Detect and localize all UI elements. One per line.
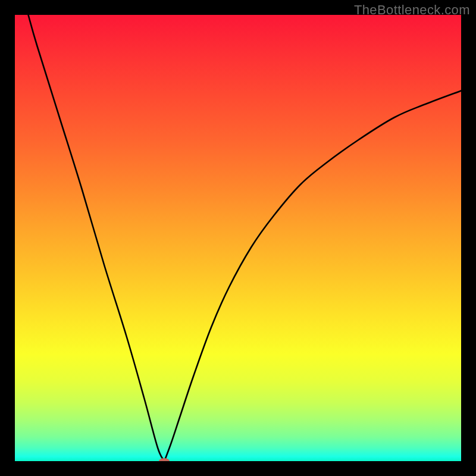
right-branch-path <box>164 91 461 462</box>
left-branch-path <box>29 15 165 461</box>
minimum-marker <box>159 458 170 461</box>
curve-layer <box>15 15 461 461</box>
chart-frame: TheBottleneck.com <box>0 0 476 476</box>
watermark-text: TheBottleneck.com <box>354 2 470 18</box>
plot-area <box>15 15 461 461</box>
